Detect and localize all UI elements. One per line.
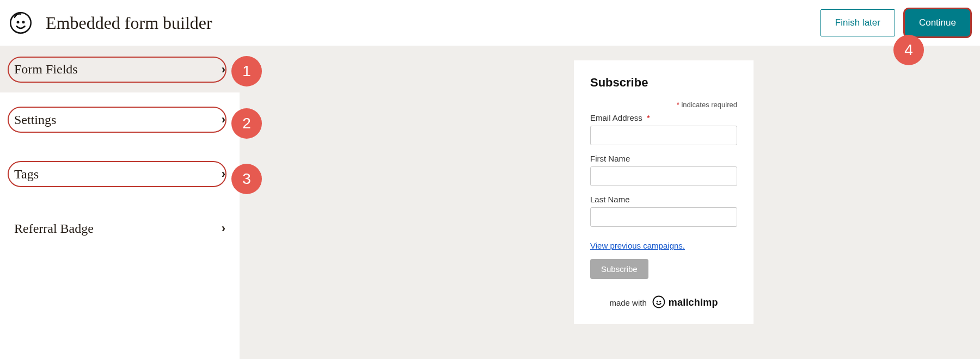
sidebar: Form Fields › Settings › Tags › Referral… (0, 46, 240, 359)
field-label-text: Last Name (590, 195, 630, 204)
continue-button-wrap: Continue (905, 9, 970, 36)
svg-point-4 (657, 301, 658, 302)
field-label-email: Email Address * (590, 113, 737, 122)
chevron-right-icon: › (222, 113, 225, 127)
chevron-right-icon: › (222, 221, 225, 236)
last-name-input[interactable] (590, 207, 737, 227)
field-last-name: Last Name (590, 195, 737, 227)
svg-point-2 (22, 21, 25, 23)
field-label-text: First Name (590, 154, 630, 163)
mailchimp-brand: mailchimp (652, 295, 718, 310)
subscribe-button[interactable]: Subscribe (590, 259, 648, 279)
asterisk-icon: * (677, 101, 679, 109)
svg-point-3 (653, 296, 664, 308)
field-label-first-name: First Name (590, 154, 737, 163)
svg-point-0 (10, 13, 31, 33)
page-title: Embedded form builder (46, 13, 212, 33)
asterisk-icon: * (647, 113, 650, 122)
svg-point-1 (17, 21, 20, 23)
field-label-last-name: Last Name (590, 195, 737, 204)
preview-canvas: Subscribe * indicates required Email Add… (240, 46, 980, 359)
svg-point-5 (659, 301, 661, 302)
mailchimp-brand-icon (652, 295, 665, 310)
made-with-text: made with (609, 298, 646, 307)
chevron-right-icon: › (222, 63, 225, 77)
view-previous-campaigns-link[interactable]: View previous campaigns. (590, 241, 685, 250)
finish-later-button[interactable]: Finish later (820, 9, 895, 36)
made-with-row: made with mailchimp (590, 295, 737, 310)
callout-badge-3: 3 (231, 164, 262, 194)
sidebar-item-highlight-icon (8, 161, 226, 187)
mailchimp-logo-icon (10, 12, 32, 34)
sidebar-item-label: Referral Badge (14, 221, 94, 236)
body: Form Fields › Settings › Tags › Referral… (0, 46, 980, 359)
continue-button[interactable]: Continue (905, 9, 970, 36)
mailchimp-brand-text: mailchimp (669, 297, 718, 308)
sidebar-item-label: Settings (14, 113, 56, 127)
callout-badge-2: 2 (231, 108, 262, 139)
top-bar-right: Finish later Continue (820, 9, 970, 36)
required-note: * indicates required (590, 101, 737, 109)
field-first-name: First Name (590, 154, 737, 186)
field-label-text: Email Address (590, 113, 642, 122)
form-preview-card: Subscribe * indicates required Email Add… (574, 60, 754, 324)
sidebar-item-referral-badge[interactable]: Referral Badge › (0, 201, 240, 256)
top-bar-left: Embedded form builder (10, 12, 212, 34)
sidebar-item-tags[interactable]: Tags › (0, 147, 240, 201)
chevron-right-icon: › (222, 167, 225, 181)
sidebar-item-label: Form Fields (14, 62, 78, 77)
field-email: Email Address * (590, 113, 737, 145)
required-note-text: indicates required (681, 101, 737, 109)
sidebar-item-settings[interactable]: Settings › (0, 92, 240, 147)
callout-badge-1: 1 (231, 56, 262, 86)
top-bar: Embedded form builder Finish later Conti… (0, 0, 980, 46)
email-input[interactable] (590, 126, 737, 145)
form-preview-title: Subscribe (590, 76, 737, 90)
sidebar-item-label: Tags (14, 167, 39, 182)
callout-badge-4: 4 (893, 35, 924, 65)
first-name-input[interactable] (590, 166, 737, 186)
sidebar-item-form-fields[interactable]: Form Fields › (0, 46, 240, 92)
